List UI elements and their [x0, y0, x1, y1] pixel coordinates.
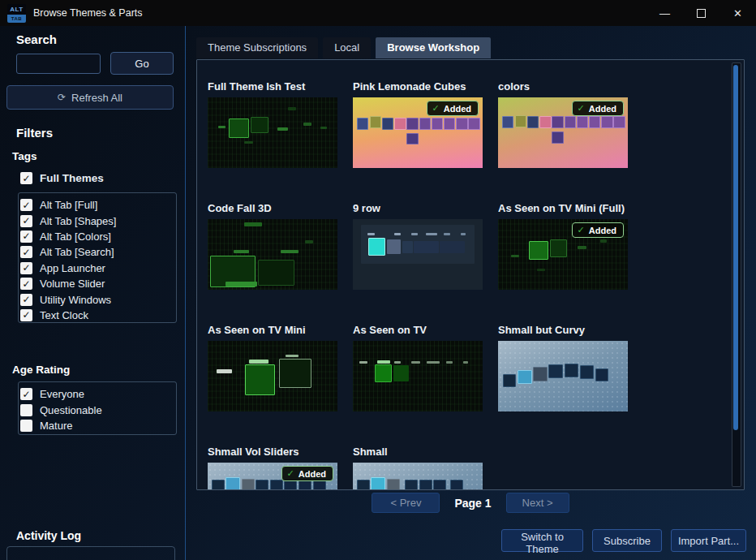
- go-button[interactable]: Go: [110, 52, 174, 75]
- import-part-button[interactable]: Import Part...: [671, 529, 746, 552]
- switch-to-theme-button[interactable]: Switch to Theme: [501, 529, 583, 552]
- checkbox-alt-tab-search[interactable]: ✓Alt Tab [Search]: [20, 244, 176, 260]
- checkbox-utility-windows[interactable]: ✓Utility Windows: [20, 291, 176, 307]
- window-title: Browse Themes & Parts: [33, 7, 143, 19]
- thumbnail-shape: [511, 255, 519, 257]
- thumbnail-shape: [249, 360, 268, 363]
- checkbox-box: ✓: [20, 246, 32, 258]
- thumbnail-shape: [357, 118, 368, 130]
- theme-card-full-theme-ish-test[interactable]: Full Theme Ish Test: [208, 80, 337, 168]
- thumbnail-shape: [468, 118, 479, 130]
- thumbnail-shape: [371, 477, 385, 490]
- checkbox-box: ✓: [20, 230, 32, 243]
- checkbox-label: Mature: [40, 420, 72, 432]
- refresh-all-button[interactable]: ⟳ Refresh All: [6, 85, 174, 110]
- close-icon: ✕: [733, 7, 742, 19]
- thumbnail-shape: [377, 360, 390, 363]
- footer-actions: Switch to Theme Subscribe Import Part...: [501, 529, 746, 552]
- checkbox-volume-slider[interactable]: ✓Volume Slider: [20, 276, 176, 291]
- thumbnail-shape: [382, 118, 393, 130]
- thumbnail-shape: [244, 222, 262, 226]
- next-page-button[interactable]: Next >: [506, 493, 569, 513]
- thumbnail-shape: [303, 123, 311, 125]
- thumbnail-shape: [212, 480, 225, 490]
- pagination: < Prev Page 1 Next >: [196, 493, 745, 513]
- thumbnail-shape: [450, 480, 463, 490]
- check-icon: ✓: [578, 225, 585, 235]
- maximize-icon: [697, 9, 706, 18]
- thumbnail-shape: [550, 239, 567, 257]
- added-badge: ✓Added: [281, 466, 333, 481]
- theme-card-title: Code Fall 3D: [208, 201, 337, 219]
- thumbnail-shape: [387, 239, 402, 254]
- activity-log-box: [6, 546, 175, 560]
- theme-card-as-seen-on-tv-mini-full[interactable]: As Seen on TV Mini (Full)✓Added: [498, 201, 628, 290]
- subscribe-button[interactable]: Subscribe: [592, 529, 662, 552]
- prev-page-button[interactable]: < Prev: [372, 493, 440, 513]
- thumbnail-shape: [580, 365, 595, 379]
- minimize-button[interactable]: —: [646, 0, 683, 26]
- age-rating-heading: Age Rating: [12, 364, 70, 376]
- tab-browse-workshop[interactable]: Browse Workshop: [376, 37, 491, 58]
- search-heading: Search: [16, 32, 57, 46]
- thumbnail-shape: [595, 368, 608, 381]
- thumbnail-shape: [577, 116, 588, 128]
- thumbnail-shape: [394, 118, 406, 130]
- maximize-button[interactable]: [683, 0, 719, 26]
- checkbox-box: ✓: [20, 172, 32, 184]
- thumbnail-shape: [394, 233, 401, 235]
- theme-card-shmall[interactable]: Shmall: [353, 445, 483, 490]
- theme-card-title: colors: [498, 80, 628, 97]
- check-icon: ✓: [22, 231, 30, 241]
- theme-card-shmall-but-curvy[interactable]: Shmall but Curvy: [498, 323, 628, 411]
- tags-heading: Tags: [12, 150, 37, 162]
- theme-thumbnail: [208, 341, 337, 411]
- checkbox-app-launcher[interactable]: ✓App Launcher: [20, 261, 176, 276]
- checkbox-mature[interactable]: ✓Mature: [20, 418, 176, 433]
- thumbnail-shape: [251, 117, 268, 133]
- thumbnail-shape: [426, 233, 437, 235]
- search-input[interactable]: [16, 54, 101, 74]
- theme-card-9-row[interactable]: 9 row: [353, 201, 483, 290]
- thumbnail-shape: [444, 233, 450, 235]
- checkbox-alt-tab-shapes[interactable]: ✓Alt Tab [Shapes]: [20, 213, 176, 228]
- check-icon: ✓: [22, 263, 30, 273]
- workshop-panel: Full Theme Ish TestPink Lemonade Cubes✓A…: [196, 59, 745, 490]
- checkbox-alt-tab-colors[interactable]: ✓Alt Tab [Colors]: [20, 229, 176, 244]
- thumbnail-shape: [281, 250, 299, 252]
- thumbnail-shape: [406, 133, 418, 145]
- scrollbar-track[interactable]: [732, 62, 741, 487]
- checkbox-label: Volume Slider: [40, 278, 105, 290]
- theme-card-as-seen-on-tv-mini[interactable]: As Seen on TV Mini: [208, 323, 337, 411]
- checkbox-questionable[interactable]: ✓Questionable: [20, 402, 176, 417]
- thumbnail-shape: [461, 233, 466, 235]
- scrollbar-thumb[interactable]: [733, 65, 738, 430]
- thumbnail-shape: [229, 118, 250, 137]
- thumbnail-shape: [539, 116, 551, 128]
- checkbox-label: Text Clock: [40, 309, 88, 321]
- close-button[interactable]: ✕: [719, 0, 756, 26]
- tab-theme-subscriptions[interactable]: Theme Subscriptions: [196, 37, 318, 58]
- theme-card-as-seen-on-tv[interactable]: As Seen on TV: [353, 323, 483, 411]
- theme-card-colors[interactable]: colors✓Added: [498, 80, 628, 168]
- thumbnail-shape: [433, 480, 446, 490]
- theme-card-shmall-vol-sliders[interactable]: Shmall Vol Sliders✓Added: [208, 445, 337, 490]
- checkbox-box: ✓: [20, 294, 32, 306]
- thumbnail-shape: [305, 240, 313, 243]
- thumbnail-shape: [503, 374, 516, 387]
- theme-card-code-fall-3d[interactable]: Code Fall 3D: [208, 201, 337, 290]
- checkbox-full-themes[interactable]: ✓ Full Themes: [20, 172, 104, 184]
- thumbnail-shape: [565, 116, 576, 128]
- theme-card-pink-lemonade-cubes[interactable]: Pink Lemonade Cubes✓Added: [353, 80, 483, 168]
- thumbnail-shape: [463, 361, 468, 364]
- tab-local[interactable]: Local: [323, 37, 371, 58]
- checkbox-text-clock[interactable]: ✓Text Clock: [20, 308, 176, 323]
- thumbnail-shape: [286, 355, 299, 357]
- added-badge-label: Added: [589, 104, 616, 114]
- thumbnail-shape: [277, 127, 288, 130]
- checkbox-alt-tab-full[interactable]: ✓Alt Tab [Full]: [20, 197, 176, 213]
- check-icon: ✓: [22, 310, 30, 320]
- checkbox-everyone[interactable]: ✓Everyone: [20, 386, 176, 402]
- thumbnail-shape: [600, 239, 607, 242]
- thumbnail-shape: [256, 480, 268, 490]
